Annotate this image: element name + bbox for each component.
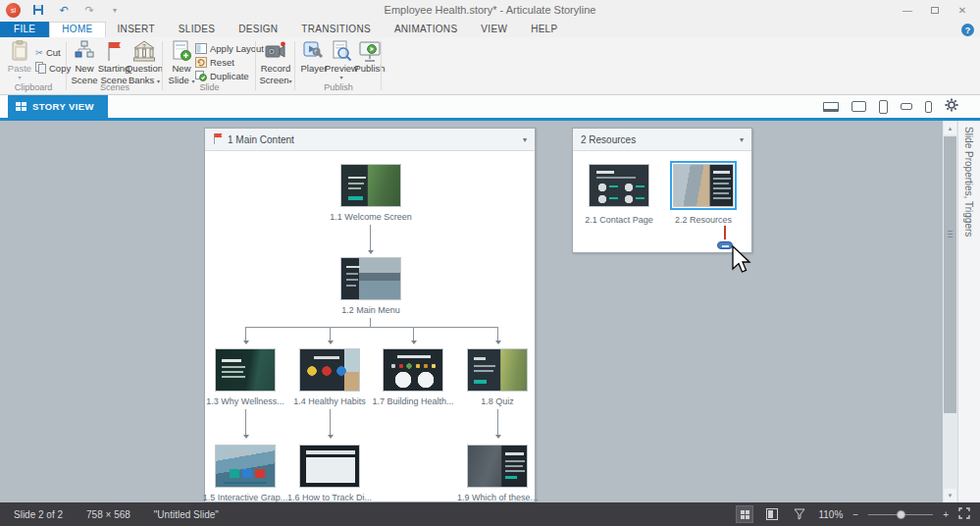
minimize-button[interactable]: — (894, 0, 921, 20)
ribbon: Paste ▾ ✂ Cut Copy Clipboard Ne (0, 37, 980, 95)
scroll-down-button[interactable]: ▼ (944, 489, 956, 501)
tab-animations[interactable]: ANIMATIONS (383, 22, 469, 37)
help-icon[interactable]: ? (961, 24, 974, 36)
scrollbar-thumb[interactable] (944, 136, 956, 413)
tab-insert[interactable]: INSERT (106, 22, 167, 37)
record-screen-dropdown-icon: ▾ (289, 79, 292, 84)
scene-header-main-content[interactable]: 1 Main Content ▾ (205, 129, 535, 151)
preview-icon (331, 40, 352, 62)
restore-button[interactable] (921, 0, 949, 20)
scene-collapse-icon[interactable]: ▾ (740, 135, 744, 144)
new-scene-button[interactable]: New Scene (68, 40, 101, 83)
connector-line (330, 409, 331, 435)
tab-file[interactable]: FILE (0, 22, 49, 37)
scroll-up-button[interactable]: ▲ (944, 122, 956, 134)
ribbon-group-scenes: New Scene Starting Scene ? Question Bank… (67, 37, 163, 94)
tablet-landscape-icon[interactable] (851, 101, 866, 112)
panel-tab-label[interactable]: Slide Properties, Triggers (963, 127, 974, 237)
slide-group-label: Slide (163, 82, 256, 92)
vertical-scrollbar[interactable]: ▲ ▼ (943, 121, 957, 502)
view-tab-bar: STORY VIEW (0, 95, 980, 118)
slide-thumbnail-1-7[interactable] (383, 348, 443, 392)
record-screen-icon (264, 40, 287, 62)
publish-group-label: Publish (295, 82, 382, 92)
tablet-portrait-icon[interactable] (879, 100, 888, 114)
slide-thumbnail-1-4[interactable] (299, 348, 360, 392)
story-view-grid-icon (16, 102, 26, 111)
zoom-out-icon[interactable]: − (852, 509, 858, 520)
zoom-in-icon[interactable]: + (943, 509, 949, 520)
slide-thumbnail-1-2[interactable] (340, 257, 401, 300)
question-banks-button[interactable]: ? Question Banks ▾ (128, 40, 161, 83)
laptop-icon[interactable] (823, 102, 839, 112)
zoom-slider[interactable] (868, 514, 933, 515)
slide-view-toggle-icon[interactable] (763, 505, 781, 523)
slide-thumbnail-2-1[interactable] (589, 164, 649, 207)
storyline-window: sl ↶ ↷ ▾ Employee Health.story* - Articu… (0, 0, 980, 526)
zoom-percentage: 110% (818, 509, 843, 520)
connector-arrow (411, 341, 417, 344)
feedback-icon[interactable] (791, 505, 808, 523)
slide-thumbnail-1-6[interactable] (299, 445, 360, 488)
scene-header-resources[interactable]: 2 Resources ▾ (573, 129, 751, 151)
tab-story-view[interactable]: STORY VIEW (8, 95, 108, 118)
close-button[interactable]: ✕ (949, 0, 976, 20)
preview-dropdown-icon[interactable]: ▾ (339, 74, 342, 80)
tab-help[interactable]: HELP (519, 22, 569, 37)
settings-gear-icon[interactable] (945, 98, 958, 116)
player-icon (303, 40, 325, 62)
connector-arrow (495, 341, 501, 344)
paste-button[interactable]: Paste ▾ (3, 40, 36, 83)
story-view-canvas[interactable]: 1 Main Content ▾ 1.1 Welcome Screen 1.2 … (0, 121, 980, 502)
ribbon-group-slide: New Slide ▾ Apply Layout ▾ Reset (163, 37, 295, 94)
scene-title: 1 Main Content (228, 134, 294, 145)
slide-label-1-1: 1.1 Welcome Screen (317, 212, 425, 222)
connector-line (497, 409, 498, 435)
paste-icon (10, 40, 29, 62)
slide-thumbnail-1-3[interactable] (215, 348, 276, 392)
slide-thumbnail-1-5[interactable] (215, 445, 276, 488)
record-screen-button[interactable]: Record Screen▾ (259, 40, 292, 83)
zoom-slider-thumb[interactable] (897, 510, 905, 519)
connector-line (245, 327, 497, 328)
question-banks-icon: ? (132, 40, 156, 62)
connector-line (497, 327, 498, 341)
slide-thumbnail-2-2-selected[interactable] (673, 164, 734, 207)
status-bar: Slide 2 of 2 758 × 568 "Untitled Slide" … (0, 502, 980, 526)
tab-slides[interactable]: SLIDES (167, 22, 227, 37)
reset-button[interactable]: Reset (195, 55, 234, 69)
tab-view[interactable]: VIEW (469, 22, 519, 37)
tab-transitions[interactable]: TRANSITIONS (289, 22, 383, 37)
slide-label-1-9: 1.9 Which of these... (443, 493, 551, 502)
apply-layout-icon (195, 43, 207, 54)
slide-thumbnail-1-1[interactable] (340, 164, 401, 207)
reset-icon (195, 57, 207, 68)
phone-landscape-icon[interactable] (901, 103, 912, 110)
slide-thumbnail-1-8[interactable] (467, 348, 528, 392)
scene-panel-main-content[interactable]: 1 Main Content ▾ 1.1 Welcome Screen 1.2 … (204, 128, 536, 502)
new-slide-button[interactable]: New Slide ▾ (165, 40, 198, 83)
tab-design[interactable]: DESIGN (227, 22, 289, 37)
scene-panel-resources[interactable]: 2 Resources ▾ 2.1 Contact Page 2.2 Resou… (572, 128, 752, 253)
duplicate-button[interactable]: Duplicate (195, 69, 249, 82)
slide-label-1-6: 1.6 How to Track Di... (276, 493, 384, 502)
starting-scene-button[interactable]: Starting Scene (97, 40, 130, 83)
fit-to-window-icon[interactable] (958, 507, 970, 521)
story-view-toggle-icon[interactable] (736, 505, 753, 523)
phone-portrait-icon[interactable] (925, 101, 932, 113)
new-slide-icon (171, 40, 192, 62)
drag-insertion-line (724, 226, 726, 239)
slide-label-1-8: 1.8 Quiz (443, 396, 551, 406)
cut-button[interactable]: ✂ Cut (35, 45, 61, 59)
connector-line (370, 225, 371, 250)
collapsed-panel-strip[interactable]: Slide Properties, Triggers (957, 121, 980, 502)
connector-arrow (495, 435, 501, 439)
new-scene-icon (74, 40, 95, 62)
paste-dropdown-icon[interactable]: ▾ (18, 74, 21, 80)
title-bar: sl ↶ ↷ ▾ Employee Health.story* - Articu… (0, 0, 980, 22)
scene-collapse-icon[interactable]: ▾ (523, 135, 527, 144)
tab-home[interactable]: HOME (49, 22, 105, 37)
slide-thumbnail-1-9[interactable] (467, 445, 528, 488)
publish-icon (359, 40, 381, 62)
device-preview-row (823, 95, 958, 118)
